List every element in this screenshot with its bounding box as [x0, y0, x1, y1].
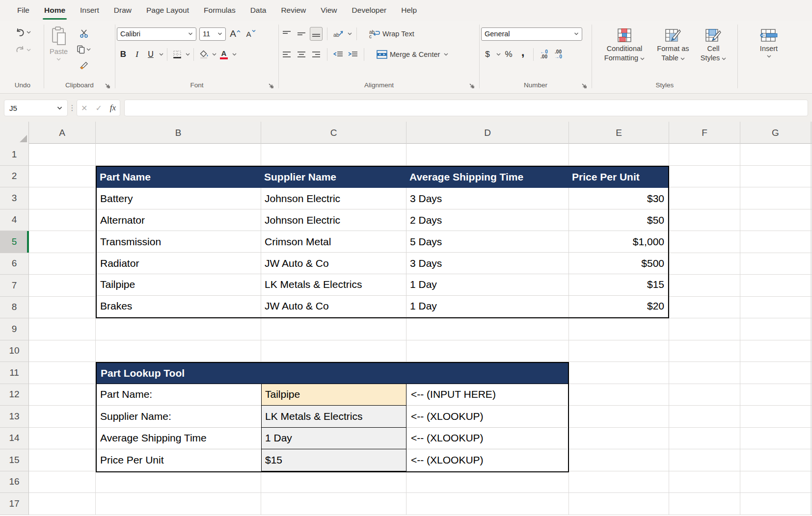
- parts-table-cell[interactable]: Transmission: [97, 231, 261, 253]
- grid-cell[interactable]: [740, 406, 811, 428]
- grid-cell[interactable]: [740, 449, 811, 471]
- comma-style-button[interactable]: ,: [516, 48, 529, 61]
- ribbon-tab-developer[interactable]: Developer: [345, 0, 394, 21]
- font-name-combo[interactable]: Calibri: [117, 27, 196, 41]
- number-format-combo[interactable]: General: [481, 27, 582, 41]
- grid-cell[interactable]: [96, 471, 261, 493]
- row-header-9[interactable]: 9: [0, 318, 29, 340]
- paste-button[interactable]: Paste: [46, 26, 72, 79]
- borders-menu-chevron[interactable]: [186, 53, 190, 56]
- parts-table-cell[interactable]: 2 Days: [406, 209, 569, 231]
- grid-cell[interactable]: [569, 406, 669, 428]
- grid-cell[interactable]: [29, 231, 96, 253]
- grid-cell[interactable]: [406, 340, 569, 362]
- parts-table-cell[interactable]: Tailpipe: [97, 274, 261, 296]
- lookup-label[interactable]: Supplier Name:: [97, 406, 261, 428]
- row-header-15[interactable]: 15: [0, 449, 29, 471]
- grid-cell[interactable]: [569, 493, 669, 515]
- grid-cell[interactable]: [96, 493, 261, 515]
- parts-table-cell[interactable]: JW Auto & Co: [261, 296, 406, 317]
- lookup-label[interactable]: Price Per Unit: [97, 449, 261, 471]
- cut-button[interactable]: [76, 26, 92, 40]
- parts-table-cell[interactable]: $15: [569, 274, 668, 296]
- grid-cell[interactable]: [569, 384, 669, 406]
- grid-cell[interactable]: [569, 449, 669, 471]
- cell-styles-button[interactable]: Cell Styles: [695, 26, 731, 79]
- grid-cell[interactable]: [569, 471, 669, 493]
- grid-cell[interactable]: [740, 318, 811, 340]
- row-header-11[interactable]: 11: [0, 362, 29, 384]
- column-header-G[interactable]: G: [740, 122, 811, 144]
- enter-icon[interactable]: ✓: [95, 103, 102, 113]
- accounting-menu-chevron[interactable]: [496, 53, 501, 56]
- grid-cell[interactable]: [29, 384, 96, 406]
- ribbon-tab-review[interactable]: Review: [273, 0, 313, 21]
- grid-cell[interactable]: [669, 493, 740, 515]
- grid-cell[interactable]: [669, 340, 740, 362]
- grid-cell[interactable]: [569, 318, 669, 340]
- parts-table-cell[interactable]: 1 Day: [406, 274, 569, 296]
- parts-table-cell[interactable]: $1,000: [569, 231, 668, 253]
- italic-button[interactable]: I: [131, 48, 143, 61]
- row-header-1[interactable]: 1: [0, 144, 29, 166]
- grid-cell[interactable]: [740, 362, 811, 384]
- grid-cell[interactable]: [669, 297, 740, 319]
- font-color-button[interactable]: A: [217, 48, 230, 61]
- ribbon-tab-view[interactable]: View: [313, 0, 344, 21]
- cancel-icon[interactable]: ✕: [81, 103, 87, 113]
- redo-button[interactable]: [14, 43, 32, 57]
- grid-cell[interactable]: [740, 253, 811, 275]
- grid-cell[interactable]: [29, 209, 96, 232]
- row-header-16[interactable]: 16: [0, 471, 29, 493]
- grid-cell[interactable]: [29, 428, 96, 450]
- copy-button[interactable]: [76, 43, 92, 56]
- parts-table-cell[interactable]: Battery: [97, 188, 261, 209]
- orientation-button[interactable]: ab: [332, 27, 345, 41]
- lookup-result-cell[interactable]: $15: [261, 449, 406, 471]
- grid-cell[interactable]: [669, 144, 740, 166]
- row-header-3[interactable]: 3: [0, 187, 29, 209]
- clipboard-dialog-launcher[interactable]: [105, 83, 111, 90]
- grid-cell[interactable]: [740, 187, 811, 209]
- row-header-4[interactable]: 4: [0, 209, 29, 232]
- grid-cell[interactable]: [261, 340, 406, 362]
- column-header-E[interactable]: E: [569, 122, 669, 144]
- grid-cell[interactable]: [740, 275, 811, 297]
- ribbon-tab-draw[interactable]: Draw: [107, 0, 139, 21]
- grid-cell[interactable]: [669, 253, 740, 275]
- parts-table-cell[interactable]: 1 Day: [406, 296, 569, 317]
- grid-cell[interactable]: [740, 471, 811, 493]
- grid-cell[interactable]: [569, 340, 669, 362]
- grid-cell[interactable]: [29, 144, 96, 166]
- grid-cell[interactable]: [261, 493, 406, 515]
- row-header-5[interactable]: 5: [0, 231, 29, 253]
- grid-cell[interactable]: [740, 340, 811, 362]
- grid-cell[interactable]: [96, 318, 261, 340]
- grid-cell[interactable]: [740, 231, 811, 253]
- grid-cell[interactable]: [29, 297, 96, 319]
- decrease-decimal-button[interactable]: .00→0: [552, 48, 565, 61]
- wrap-text-button[interactable]: abc Wrap Text: [368, 27, 415, 41]
- formula-bar-drag-handle[interactable]: ⋮: [68, 103, 77, 112]
- lookup-label[interactable]: Part Name:: [97, 384, 261, 406]
- align-right-button[interactable]: [310, 48, 323, 61]
- grid-cell[interactable]: [29, 493, 96, 515]
- grid-cell[interactable]: [406, 144, 569, 166]
- parts-table-cell[interactable]: Crimson Metal: [261, 231, 406, 253]
- grid-cell[interactable]: [740, 209, 811, 232]
- row-header-17[interactable]: 17: [0, 493, 29, 515]
- font-size-combo[interactable]: 11: [199, 27, 226, 41]
- grid-cell[interactable]: [669, 362, 740, 384]
- grid-cell[interactable]: [669, 449, 740, 471]
- ribbon-tab-insert[interactable]: Insert: [73, 0, 107, 21]
- parts-table-cell[interactable]: $30: [569, 188, 668, 209]
- grid-cell[interactable]: [740, 493, 811, 515]
- grid-cell[interactable]: [740, 297, 811, 319]
- parts-table-cell[interactable]: 5 Days: [406, 231, 569, 253]
- percent-style-button[interactable]: %: [502, 48, 515, 61]
- undo-button[interactable]: [14, 26, 32, 39]
- grid-cell[interactable]: [29, 406, 96, 428]
- decrease-indent-button[interactable]: [332, 48, 345, 61]
- grid-cell[interactable]: [261, 144, 406, 166]
- lookup-table-title[interactable]: Part Lookup Tool: [97, 363, 568, 384]
